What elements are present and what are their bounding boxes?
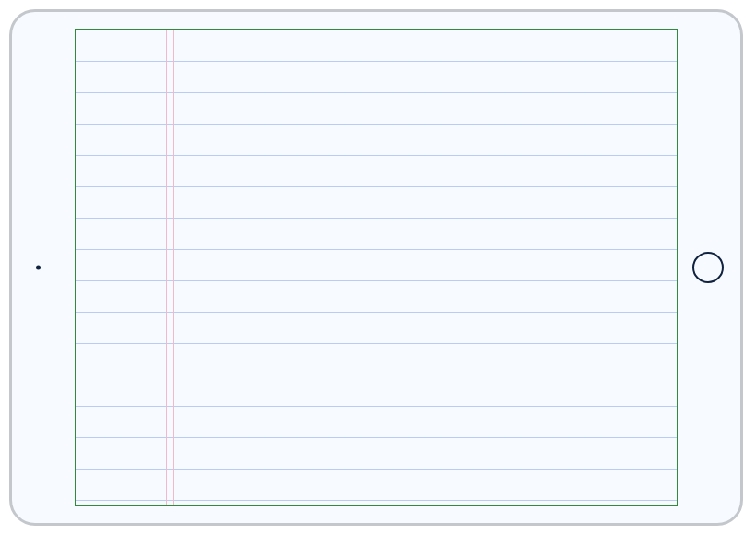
home-button[interactable] [692,252,724,283]
tablet-screen [75,29,678,506]
front-camera-icon [36,266,41,270]
lined-paper-sheet [75,29,678,506]
tablet-device-frame [9,9,743,526]
margin-line-right [173,30,174,505]
margin-line-left [166,30,167,505]
